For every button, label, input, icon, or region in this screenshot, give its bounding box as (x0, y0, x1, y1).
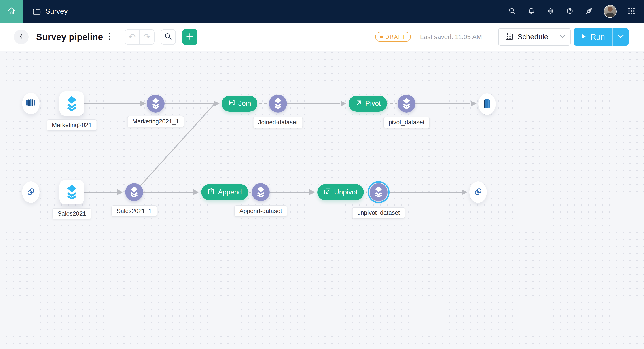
bell-icon (527, 7, 535, 16)
redo-button[interactable]: ↷ (139, 30, 154, 44)
undo-icon: ↶ (128, 33, 136, 41)
database-cylinder-icon (482, 98, 492, 110)
undo-button[interactable]: ↶ (125, 30, 139, 44)
user-avatar[interactable] (604, 5, 617, 18)
run-label: Run (590, 33, 605, 41)
run-button: Run (574, 28, 628, 46)
person-icon (604, 5, 616, 18)
home-button[interactable] (0, 0, 22, 23)
dataset-node-marketing2021[interactable] (60, 91, 84, 116)
title-more-menu[interactable] (108, 32, 111, 42)
table-source-icon (26, 98, 36, 109)
layers-icon (256, 186, 266, 198)
node-label-joined-dataset[interactable]: Joined-dataset (253, 117, 303, 128)
topbar: Survey (0, 0, 644, 23)
source-node-table[interactable] (22, 93, 40, 114)
transform-node-unpivot[interactable]: Unpivot (317, 184, 364, 200)
schedule-main[interactable]: Schedule (499, 29, 554, 45)
node-label-pivot-dataset[interactable]: pivot_dataset (384, 117, 430, 128)
kebab-icon (108, 32, 111, 42)
whats-new-button[interactable] (584, 7, 594, 16)
gear-icon (546, 7, 554, 16)
toolbar-right: DRAFT Last saved: 11:05 AM Schedule (375, 28, 628, 46)
transform-label: Unpivot (334, 188, 358, 196)
apps-grid-icon (628, 7, 636, 16)
pipeline-canvas[interactable]: Marketing2021 Marketing2021_1 Join (0, 52, 644, 349)
play-icon (581, 34, 586, 40)
schedule-label: Schedule (518, 33, 548, 41)
status-badge: DRAFT (375, 32, 411, 42)
source-node-crm[interactable] (22, 181, 40, 203)
notifications-button[interactable] (527, 7, 536, 16)
pivot-icon (355, 99, 362, 108)
layers-icon (151, 98, 160, 110)
folder-icon (32, 8, 41, 15)
search-icon (164, 33, 172, 41)
back-button[interactable] (14, 30, 28, 44)
pipeline-connections (0, 52, 644, 349)
last-saved-text: Last saved: 11:05 AM (420, 33, 482, 41)
layers-icon (65, 96, 79, 112)
topbar-actions (508, 5, 636, 18)
dataset-node-marketing2021-1[interactable] (147, 95, 164, 113)
calendar-icon (505, 32, 514, 42)
layers-icon (374, 186, 384, 198)
crm-rings-icon (26, 187, 36, 198)
node-label-sales2021[interactable]: Sales2021 (52, 208, 91, 219)
schedule-dropdown-button[interactable] (554, 29, 570, 45)
layers-icon (402, 98, 412, 110)
pipeline-toolbar: Survey pipeline ↶ ↷ DRA (0, 23, 644, 52)
dataset-node-pivot-dataset[interactable] (398, 95, 416, 113)
layers-icon (273, 98, 283, 110)
schedule-button: Schedule (498, 28, 571, 46)
search-icon (508, 7, 516, 16)
transform-node-pivot[interactable]: Pivot (348, 96, 387, 112)
destination-node-crm[interactable] (469, 181, 487, 203)
crm-rings-icon (473, 187, 483, 198)
help-button[interactable] (565, 7, 574, 16)
unpivot-icon (324, 188, 331, 197)
home-icon (6, 6, 16, 17)
dataset-node-unpivot-dataset-selected[interactable] (370, 183, 388, 201)
breadcrumb-label: Survey (46, 7, 68, 16)
apps-menu-button[interactable] (627, 7, 636, 16)
dataset-node-joined-dataset[interactable] (269, 95, 287, 113)
layers-icon (65, 184, 79, 200)
node-label-sales2021-1[interactable]: Sales2021_1 (111, 205, 157, 217)
layers-icon (129, 186, 139, 198)
chevron-down-icon (560, 35, 566, 39)
transform-label: Pivot (366, 100, 381, 108)
node-label-marketing2021-1[interactable]: Marketing2021_1 (127, 116, 184, 127)
append-icon (208, 188, 215, 197)
chevron-left-icon (18, 34, 24, 40)
status-dot (380, 36, 383, 38)
search-global-button[interactable] (508, 7, 516, 16)
dataset-node-append-dataset[interactable] (252, 183, 270, 201)
transform-node-append[interactable]: Append (201, 184, 248, 200)
chevron-down-icon (618, 35, 624, 39)
redo-icon: ↷ (143, 33, 150, 41)
status-label: DRAFT (385, 34, 406, 40)
rocket-icon (585, 7, 593, 16)
dataset-node-sales2021[interactable] (60, 180, 84, 204)
canvas-search-button[interactable] (160, 29, 176, 45)
dataset-node-sales2021-1[interactable] (125, 183, 143, 201)
node-label-unpivot-dataset[interactable]: unpivot_dataset (352, 207, 405, 219)
toolbar-divider (491, 29, 492, 45)
add-node-button[interactable] (182, 29, 198, 45)
transform-node-join[interactable]: Join (222, 96, 258, 112)
undo-redo-group: ↶ ↷ (124, 29, 154, 45)
destination-node-database[interactable] (478, 93, 496, 115)
node-label-marketing2021[interactable]: Marketing2021 (47, 120, 97, 131)
transform-label: Join (238, 100, 251, 108)
run-dropdown-button[interactable] (612, 28, 628, 46)
join-icon (228, 99, 235, 108)
transform-label: Append (218, 188, 242, 196)
question-icon (566, 7, 574, 16)
settings-button[interactable] (546, 7, 555, 16)
page-title: Survey pipeline (36, 32, 103, 42)
run-main[interactable]: Run (574, 28, 612, 46)
breadcrumb[interactable]: Survey (32, 7, 68, 16)
plus-icon (186, 33, 194, 41)
node-label-append-dataset[interactable]: Append-dataset (234, 205, 287, 217)
